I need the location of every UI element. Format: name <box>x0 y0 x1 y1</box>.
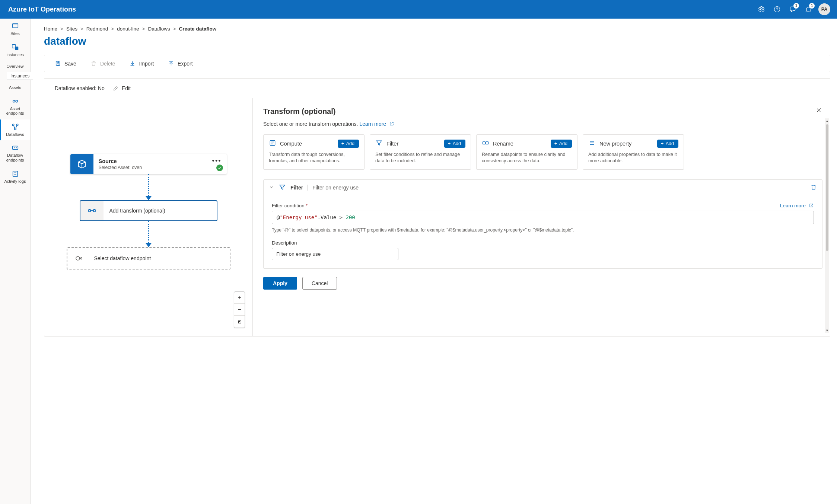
connector <box>146 174 152 200</box>
zoom-controls: + − ◩ <box>234 291 245 328</box>
endpoint-icon <box>67 248 90 269</box>
crumb-redmond[interactable]: Redmond <box>86 26 108 32</box>
svg-point-0 <box>761 9 763 10</box>
filter-icon <box>375 139 383 148</box>
edit-label: Edit <box>122 85 131 91</box>
svg-rect-5 <box>15 47 18 50</box>
delete-filter-icon[interactable] <box>810 184 817 192</box>
cube-icon <box>70 154 93 174</box>
more-icon[interactable]: ••• <box>212 160 222 162</box>
status-text: Dataflow enabled: No <box>55 85 105 91</box>
rail-instances[interactable]: Instances <box>0 40 30 61</box>
filter-block: Filter Filter on energy use Filter condi… <box>263 179 822 269</box>
page-title: dataflow <box>44 35 830 47</box>
op-name: Compute <box>280 141 302 147</box>
transform-icon <box>80 201 104 220</box>
filter-row-name: Filter <box>290 185 308 191</box>
learn-more-link[interactable]: Learn more <box>359 121 394 127</box>
panel-title: Transform (optional) <box>263 107 822 116</box>
apply-button[interactable]: Apply <box>263 277 297 290</box>
rail-label: Activity logs <box>4 179 26 184</box>
connector <box>146 221 152 247</box>
edit-status-button[interactable]: Edit <box>113 85 131 91</box>
op-name: Filter <box>386 141 398 147</box>
filter-head: Filter Filter on energy use <box>264 180 822 196</box>
op-desc: Set filter conditions to refine and mana… <box>375 151 465 164</box>
canvas-transform-node[interactable]: Add transform (optional) <box>80 200 217 221</box>
op-cards: Compute Add Transform data through conve… <box>263 134 822 170</box>
condition-label: Filter condition* <box>272 203 308 208</box>
filter-icon <box>279 184 286 192</box>
crumb-home[interactable]: Home <box>44 26 57 32</box>
crumb-donut-line[interactable]: donut-line <box>117 26 139 32</box>
svg-rect-21 <box>486 142 488 144</box>
op-name: New property <box>599 141 631 147</box>
op-card-new-property: New property Add Add additional properti… <box>583 134 684 170</box>
import-button[interactable]: Import <box>129 60 154 67</box>
close-icon[interactable] <box>814 106 823 116</box>
zoom-fit-button[interactable]: ◩ <box>234 316 245 328</box>
svg-point-6 <box>13 100 15 102</box>
description-label: Description <box>272 240 297 246</box>
op-desc: Rename datapoints to ensure clarity and … <box>482 151 572 164</box>
chevron-down-icon[interactable] <box>269 185 274 191</box>
feedback-icon[interactable]: 1 <box>785 1 801 17</box>
op-card-filter: Filter Add Set filter conditions to refi… <box>370 134 471 170</box>
add-new-property-button[interactable]: Add <box>657 140 678 148</box>
crumb-current: Create dataflow <box>179 26 217 32</box>
rail-label: Dataflow endpoints <box>1 153 29 162</box>
brand-title: Azure IoT Operations <box>8 6 76 13</box>
app-header: Azure IoT Operations 1 1 PA <box>0 0 837 19</box>
delete-button: Delete <box>90 60 115 67</box>
crumb-sites[interactable]: Sites <box>66 26 77 32</box>
status-bar: Dataflow enabled: No Edit <box>44 78 830 98</box>
scrollbar[interactable]: ▲ ▼ <box>825 118 829 333</box>
rail-assets[interactable]: Assets <box>0 73 30 94</box>
export-button[interactable]: Export <box>168 60 192 67</box>
rail-overview[interactable]: Overview <box>0 61 30 73</box>
canvas-endpoint-node[interactable]: Select dataflow endpoint <box>67 247 230 269</box>
op-card-rename: Rename Add Rename datapoints to ensure c… <box>476 134 577 170</box>
rail-asset-endpoints[interactable]: Asset endpoints <box>0 94 30 119</box>
cancel-button[interactable]: Cancel <box>302 277 337 290</box>
svg-point-7 <box>15 100 17 102</box>
help-icon[interactable] <box>769 1 785 17</box>
toolbar-label: Import <box>139 61 154 67</box>
op-desc: Add additional properties to data to mak… <box>588 151 678 164</box>
svg-point-2 <box>777 11 777 11</box>
rail-label: Overview <box>7 64 24 69</box>
bell-badge: 1 <box>809 3 815 9</box>
toolbar-label: Export <box>178 61 192 67</box>
zoom-in-button[interactable]: + <box>234 292 245 304</box>
canvas-source-node[interactable]: Source ••• Selected Asset: oven <box>70 154 227 174</box>
rail-label: Instances <box>6 52 24 57</box>
zoom-out-button[interactable]: − <box>234 304 245 316</box>
node-title: Add transform (optional) <box>109 208 211 214</box>
description-input[interactable] <box>272 248 398 260</box>
condition-learn-more-link[interactable]: Learn more <box>780 203 814 208</box>
crumb-dataflows[interactable]: Dataflows <box>148 26 170 32</box>
add-rename-button[interactable]: Add <box>551 140 572 148</box>
svg-rect-20 <box>483 142 486 144</box>
svg-rect-14 <box>13 171 17 176</box>
rail-dataflows[interactable]: Dataflows <box>0 119 30 141</box>
avatar[interactable]: PA <box>818 3 830 15</box>
panel-subtitle: Select one or more transform operations.… <box>263 121 822 127</box>
op-card-compute: Compute Add Transform data through conve… <box>263 134 365 170</box>
rail-sites[interactable]: Sites <box>0 19 30 40</box>
filter-body: Filter condition* Learn more @"Energy us… <box>264 196 822 268</box>
condition-input[interactable]: @"Energy use".Value > 200 <box>272 211 814 224</box>
breadcrumb: Home> Sites> Redmond> donut-line> Datafl… <box>44 26 830 32</box>
svg-rect-16 <box>89 210 90 212</box>
node-title: Source <box>99 158 117 164</box>
rail-dataflow-endpoints[interactable]: Dataflow endpoints <box>0 140 30 166</box>
save-button[interactable]: Save <box>55 60 76 67</box>
add-compute-button[interactable]: Add <box>338 140 359 148</box>
main-column: Home> Sites> Redmond> donut-line> Datafl… <box>31 19 837 504</box>
settings-icon[interactable] <box>754 1 769 17</box>
add-filter-button[interactable]: Add <box>444 140 465 148</box>
svg-rect-3 <box>12 24 18 28</box>
rail-activity-logs[interactable]: Activity logs <box>0 166 30 188</box>
svg-rect-17 <box>93 210 95 212</box>
bell-icon[interactable]: 1 <box>801 1 816 17</box>
